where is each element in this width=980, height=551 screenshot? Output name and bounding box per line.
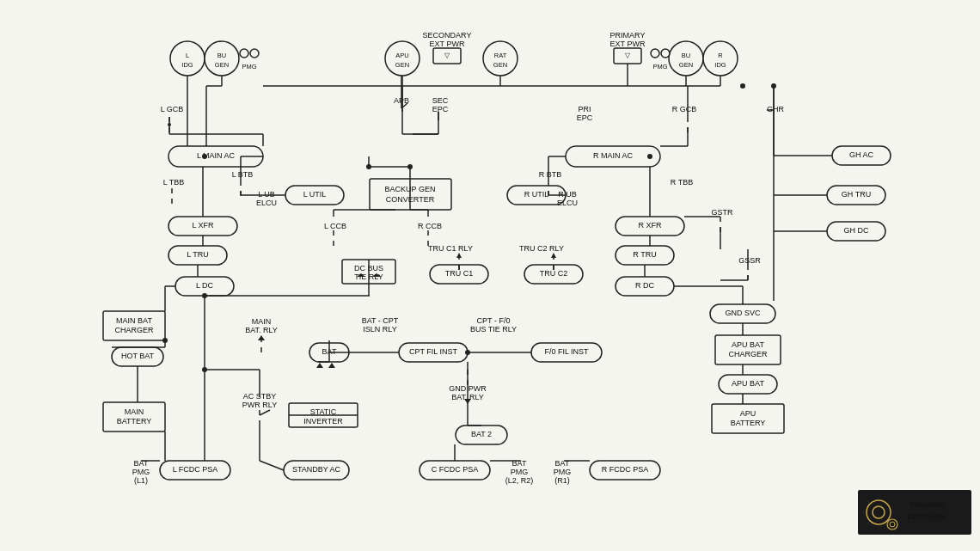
svg-point-281 <box>162 338 168 343</box>
svg-text:C FCDC PSA: C FCDC PSA <box>432 465 479 474</box>
svg-point-280 <box>465 350 470 355</box>
svg-text:IDG: IDG <box>714 61 726 69</box>
svg-text:L: L <box>186 52 189 59</box>
svg-text:F/0 FIL INST: F/0 FIL INST <box>544 347 589 356</box>
svg-text:R: R <box>718 52 723 59</box>
svg-text:TRU C2: TRU C2 <box>540 269 568 278</box>
svg-point-279 <box>202 367 207 372</box>
svg-text:L UTIL: L UTIL <box>303 190 327 199</box>
svg-text:APU: APU <box>395 52 408 59</box>
svg-text:APU BAT: APU BAT <box>732 379 764 388</box>
svg-text:Discoveries: Discoveries <box>908 512 948 521</box>
svg-text:EXT PWR: EXT PWR <box>430 40 465 48</box>
svg-text:PRI: PRI <box>578 105 591 113</box>
svg-text:EXT PWR: EXT PWR <box>610 40 646 48</box>
svg-text:BAT. RLY: BAT. RLY <box>245 326 278 334</box>
svg-text:R GCB: R GCB <box>672 105 697 113</box>
svg-text:▽: ▽ <box>625 52 631 59</box>
svg-point-8 <box>250 49 259 58</box>
svg-text:PMG: PMG <box>132 468 150 476</box>
svg-text:R CCB: R CCB <box>418 222 442 230</box>
svg-text:TRU C1: TRU C1 <box>445 269 474 278</box>
svg-point-276 <box>647 154 652 159</box>
svg-text:GH AC: GH AC <box>849 150 874 159</box>
svg-text:L CCB: L CCB <box>324 222 346 230</box>
svg-text:CPT FIL INST: CPT FIL INST <box>409 347 458 356</box>
svg-text:L FCDC PSA: L FCDC PSA <box>173 465 218 474</box>
svg-point-273 <box>366 164 371 169</box>
svg-text:L BTB: L BTB <box>232 170 254 179</box>
svg-text:BATTERY: BATTERY <box>117 417 152 425</box>
svg-text:TRU C2 RLY: TRU C2 RLY <box>519 244 564 253</box>
svg-text:Innovation: Innovation <box>910 500 946 509</box>
svg-text:R UTIL: R UTIL <box>524 190 549 199</box>
svg-text:SEC: SEC <box>432 96 449 105</box>
svg-text:GEN: GEN <box>493 61 507 69</box>
svg-text:BAT - CPT: BAT - CPT <box>362 316 399 325</box>
svg-text:MAIN BAT: MAIN BAT <box>116 316 152 325</box>
svg-text:▽: ▽ <box>444 52 450 59</box>
svg-text:TRU C1 RLY: TRU C1 RLY <box>428 244 473 253</box>
electrical-diagram: L IDG BU GEN PMG APU GEN SECONDARY EXT P… <box>0 0 980 551</box>
svg-text:GEN: GEN <box>215 61 229 69</box>
svg-text:GSSR: GSSR <box>738 256 761 265</box>
svg-text:CHARGER: CHARGER <box>114 326 154 334</box>
svg-text:BATTERY: BATTERY <box>731 419 766 427</box>
svg-text:APU BAT: APU BAT <box>732 340 764 349</box>
svg-point-275 <box>202 154 207 159</box>
svg-text:(R1): (R1) <box>554 476 570 485</box>
svg-text:R MAIN AC: R MAIN AC <box>593 151 634 160</box>
svg-text:R FCDC PSA: R FCDC PSA <box>602 465 649 474</box>
svg-text:L TBB: L TBB <box>163 178 185 187</box>
svg-text:PMG: PMG <box>652 63 667 70</box>
svg-text:EPC: EPC <box>432 105 449 113</box>
svg-text:ELCU: ELCU <box>256 199 277 207</box>
svg-text:APU: APU <box>740 409 756 418</box>
svg-text:PMG: PMG <box>242 63 256 70</box>
svg-text:GH DC: GH DC <box>844 226 870 235</box>
svg-text:BU: BU <box>217 52 226 59</box>
svg-text:RAT: RAT <box>494 52 507 59</box>
svg-point-278 <box>771 83 776 89</box>
svg-point-274 <box>407 164 413 169</box>
svg-text:R BTB: R BTB <box>539 170 562 179</box>
svg-point-28 <box>661 49 670 58</box>
svg-text:GEN: GEN <box>679 61 693 69</box>
svg-text:BU: BU <box>682 52 690 59</box>
svg-text:PRIMARY: PRIMARY <box>610 31 646 40</box>
svg-text:PWR RLY: PWR RLY <box>242 401 277 409</box>
svg-text:L GCB: L GCB <box>161 105 184 113</box>
svg-text:PMG: PMG <box>554 468 572 476</box>
svg-text:GH TRU: GH TRU <box>842 190 871 199</box>
svg-text:IDG: IDG <box>181 61 193 69</box>
svg-text:L TRU: L TRU <box>187 250 209 259</box>
svg-text:L XFR: L XFR <box>192 221 214 230</box>
svg-point-27 <box>651 49 659 58</box>
svg-text:CHARGER: CHARGER <box>728 350 768 358</box>
svg-text:HOT BAT: HOT BAT <box>121 352 155 360</box>
svg-text:ISLN RLY: ISLN RLY <box>363 325 396 334</box>
svg-text:CPT - F/0: CPT - F/0 <box>477 316 511 325</box>
svg-text:BAT 2: BAT 2 <box>471 430 492 438</box>
svg-text:R DC: R DC <box>635 281 654 290</box>
svg-text:ELCU: ELCU <box>557 199 578 207</box>
svg-text:(L1): (L1) <box>134 476 148 485</box>
svg-point-272 <box>202 293 207 298</box>
svg-text:BUS TIE RLY: BUS TIE RLY <box>470 325 517 334</box>
svg-text:INVERTER: INVERTER <box>303 417 343 425</box>
svg-point-7 <box>240 49 248 58</box>
svg-point-277 <box>740 83 745 89</box>
svg-text:PMG: PMG <box>511 468 529 476</box>
svg-text:R TRU: R TRU <box>633 250 656 259</box>
svg-text:MAIN: MAIN <box>125 407 144 416</box>
svg-text:L DC: L DC <box>196 281 214 290</box>
svg-text:R XFR: R XFR <box>639 221 663 230</box>
svg-text:GND SVC: GND SVC <box>725 309 761 317</box>
svg-text:SECONDARY: SECONDARY <box>423 31 472 40</box>
svg-text:(L2, R2): (L2, R2) <box>505 476 534 485</box>
svg-text:MAIN: MAIN <box>252 317 272 326</box>
svg-text:GSTR: GSTR <box>711 208 733 217</box>
svg-text:EPC: EPC <box>577 113 593 122</box>
svg-text:GEN: GEN <box>395 61 409 69</box>
svg-text:R TBB: R TBB <box>671 178 693 187</box>
